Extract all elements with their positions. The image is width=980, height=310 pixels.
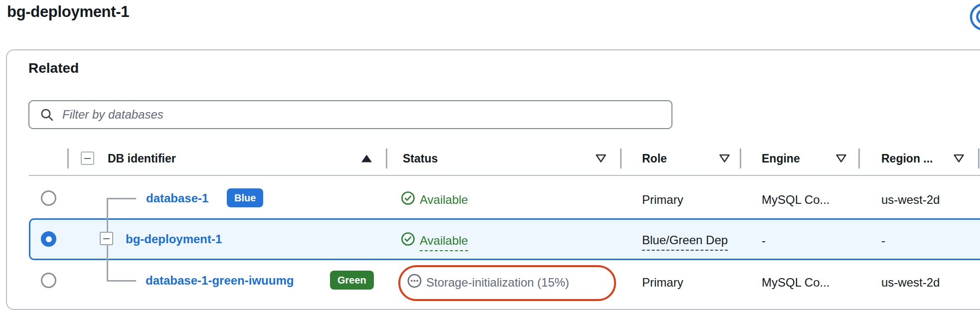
tree-connector xyxy=(107,280,136,282)
red-highlight-annotation xyxy=(398,265,616,301)
role-text-tooltip[interactable]: Blue/Green Dep xyxy=(642,233,728,251)
db-link[interactable]: bg-deployment-1 xyxy=(126,233,222,245)
filter-input[interactable] xyxy=(61,107,665,122)
blue-badge: Blue xyxy=(227,188,263,207)
refresh-button[interactable] xyxy=(968,1,980,32)
column-header-db-identifier[interactable]: DB identifier xyxy=(108,153,176,164)
role-cell: Blue/Green Dep xyxy=(642,233,739,254)
panel-title: Related xyxy=(28,60,79,76)
rds-console-page: bg-deployment-1 Related DB identifier St… xyxy=(0,0,980,310)
column-divider xyxy=(978,149,980,168)
sort-toggle-icon xyxy=(835,154,847,163)
tree-connector xyxy=(107,245,108,281)
column-divider xyxy=(67,149,69,168)
sort-toggle-icon xyxy=(953,154,965,163)
engine-cell: MySQL Co... xyxy=(762,276,829,290)
status-text: Available xyxy=(420,193,468,207)
collapse-all-toggle[interactable] xyxy=(81,152,94,165)
filter-container xyxy=(28,100,672,129)
column-divider xyxy=(386,149,387,168)
row-select-radio[interactable] xyxy=(41,190,56,206)
refresh-icon xyxy=(968,1,980,32)
column-divider xyxy=(858,149,860,168)
status-text-tooltip[interactable]: Available xyxy=(420,234,468,251)
green-badge: Green xyxy=(330,271,374,290)
tree-collapse-toggle[interactable] xyxy=(100,232,113,245)
sort-toggle-icon xyxy=(595,154,607,163)
row-select-radio[interactable] xyxy=(41,273,56,288)
related-panel: Related DB identifier Status Role Engine… xyxy=(6,49,980,310)
engine-cell: MySQL Co... xyxy=(762,193,829,207)
column-divider xyxy=(740,149,741,168)
header-divider xyxy=(29,175,980,176)
search-icon xyxy=(39,107,54,122)
region-cell: us-west-2d xyxy=(881,193,940,207)
tree-connector xyxy=(107,198,136,199)
db-link[interactable]: database-1-green-iwuumg xyxy=(146,275,294,287)
role-cell: Primary xyxy=(642,276,683,290)
status-available-icon xyxy=(401,232,415,246)
row-select-radio-checked[interactable] xyxy=(41,231,56,247)
status-available-icon xyxy=(401,191,415,205)
sort-toggle-icon xyxy=(719,154,730,163)
page-title: bg-deployment-1 xyxy=(7,3,129,21)
engine-cell: - xyxy=(762,234,766,248)
column-header-region[interactable]: Region ... xyxy=(881,153,933,164)
region-cell: - xyxy=(881,234,885,248)
sort-ascending-icon xyxy=(361,154,372,163)
column-header-engine[interactable]: Engine xyxy=(762,153,800,164)
column-header-role[interactable]: Role xyxy=(642,153,667,164)
tree-connector xyxy=(107,198,108,232)
column-divider xyxy=(620,149,622,168)
role-cell: Primary xyxy=(642,193,683,207)
db-link[interactable]: database-1 xyxy=(146,192,208,204)
column-header-status[interactable]: Status xyxy=(403,153,438,164)
region-cell: us-west-2d xyxy=(881,276,940,290)
